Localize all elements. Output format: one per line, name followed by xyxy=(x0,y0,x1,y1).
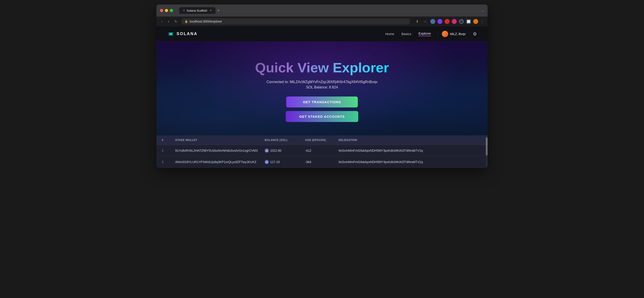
nav-basics[interactable]: Basics xyxy=(402,32,411,36)
hero-title: Quick View Explorer xyxy=(255,60,389,76)
extension-icon-pink[interactable] xyxy=(452,19,457,24)
new-tab-button[interactable]: + xyxy=(217,8,220,13)
col-header-age: AGE (EPOCHS) xyxy=(305,139,338,142)
scrollbar-thumb[interactable] xyxy=(486,138,488,155)
table-wrapper: # STAKE WALLET BALANCE (SOL) AGE (EPOCHS… xyxy=(156,135,488,168)
scrollbar-track[interactable] xyxy=(486,135,488,168)
row1-age: -412 xyxy=(305,149,338,152)
balance-icon-1: ◎ xyxy=(265,149,269,152)
share-button[interactable]: ⬆ xyxy=(414,18,420,24)
hero-section: Quick View Explorer Connected to: MiLZAc… xyxy=(156,41,488,135)
extension-icon-blue[interactable] xyxy=(430,19,435,24)
close-button[interactable] xyxy=(160,9,163,12)
nav-wallet: MiLZ..Bvqv xyxy=(438,31,469,37)
connected-address: Connected to: MiLZAcWZgMYvFnZqzJ6XRj4h5r… xyxy=(266,80,378,84)
extension-icon-puzzle[interactable]: ⊞ xyxy=(459,19,464,24)
browser-titlebar: ≡ Solana Scaffold ✕ + ⌄ xyxy=(156,4,488,16)
solana-logo-icon xyxy=(167,30,174,37)
col-header-num: # xyxy=(162,139,175,142)
row2-balance-value: 117.19 xyxy=(270,160,280,164)
wallet-avatar xyxy=(442,31,448,37)
solana-logo: SOLANA xyxy=(167,30,198,37)
row1-wallet: 91Yu8vRVbL2HATZ96Y5UzbuNmNHduSvuhrGx1xgr… xyxy=(175,149,265,152)
maximize-button[interactable] xyxy=(170,9,173,12)
solana-brand-text: SOLANA xyxy=(176,31,198,36)
back-button[interactable]: ‹ xyxy=(160,18,164,24)
nav-explorer[interactable]: Explorer xyxy=(418,31,431,36)
extension-icon-purple[interactable] xyxy=(438,19,442,24)
traffic-lights xyxy=(160,9,173,12)
get-staked-accounts-button[interactable]: GET STAKED ACCOUNTS xyxy=(286,111,358,122)
url-display: localhost:3000/explorer xyxy=(190,20,222,23)
nav-home[interactable]: Home xyxy=(385,32,394,36)
nav-links: Home Basics Explorer xyxy=(385,31,431,36)
settings-icon[interactable]: ⚙ xyxy=(473,31,477,37)
tab-favicon: ≡ xyxy=(183,8,185,12)
row2-age: -364 xyxy=(305,160,338,164)
row2-num: 2 xyxy=(162,160,175,164)
row1-num: 1 xyxy=(162,149,175,152)
col-header-wallet: STAKE WALLET xyxy=(175,139,265,142)
security-icon: 🔒 xyxy=(184,20,188,23)
table-header: # STAKE WALLET BALANCE (SOL) AGE (EPOCHS… xyxy=(156,135,488,145)
row2-balance: ◎ 117.19 xyxy=(265,160,305,164)
row2-wallet: ANmSG9YLUR1YP34KtiUjs8q3KP1srQLyc8ZFTwyJ… xyxy=(175,160,265,164)
reload-button[interactable]: ↻ xyxy=(173,18,179,24)
table-row: 2 ANmSG9YLUR1YP34KtiUjs8q3KP1srQLyc8ZFTw… xyxy=(156,156,488,168)
expand-icon[interactable]: ⌄ xyxy=(481,9,484,12)
app-nav: SOLANA Home Basics Explorer MiLZ..Bvqv ⚙ xyxy=(156,26,488,41)
extension-icon-sq[interactable]: ⬜ xyxy=(466,19,471,24)
col-header-balance: BALANCE (SOL) xyxy=(265,139,305,142)
bookmark-button[interactable]: ☆ xyxy=(422,18,428,24)
tab-close-icon[interactable]: ✕ xyxy=(210,9,212,12)
row1-balance: ◎ 1022.80 xyxy=(265,149,305,152)
minimize-button[interactable] xyxy=(165,9,168,12)
more-options-icon[interactable]: ⋮ xyxy=(480,19,484,24)
table-row: 1 91Yu8vRVbL2HATZ96Y5UzbuNmNHduSvuhrGx1x… xyxy=(156,145,488,156)
col-header-delegation: DELEGATION xyxy=(338,139,482,142)
tab-title: Solana Scaffold xyxy=(186,9,207,12)
active-tab[interactable]: ≡ Solana Scaffold ✕ xyxy=(179,7,216,14)
forward-button[interactable]: › xyxy=(166,18,170,24)
get-transactions-button[interactable]: GET TRANSACTIONS xyxy=(286,97,358,108)
balance-icon-2: ◎ xyxy=(265,160,269,164)
tab-bar: ≡ Solana Scaffold ✕ + xyxy=(179,7,479,14)
row2-delegation: 9xSvmMmFmG9atApxNDH5MY3pxKdicMKAGf7dNrwb… xyxy=(338,160,482,164)
wallet-address-label: MiLZ..Bvqv xyxy=(450,32,466,36)
row1-delegation: 9xSvmMmFmG9atApxNDH5MY3pxKdicMKAGf7dNrwb… xyxy=(338,149,482,152)
app-content: SOLANA Home Basics Explorer MiLZ..Bvqv ⚙… xyxy=(156,26,488,168)
address-bar[interactable]: 🔒 localhost:3000/explorer xyxy=(182,18,410,24)
browser-actions: ⬆ ☆ ⊞ ⬜ ⋮ xyxy=(414,18,484,24)
row1-balance-value: 1022.80 xyxy=(270,149,282,152)
extension-icon-red[interactable] xyxy=(444,19,450,24)
data-table: # STAKE WALLET BALANCE (SOL) AGE (EPOCHS… xyxy=(156,135,488,168)
sol-balance: SOL Balance: 8.824 xyxy=(306,85,338,89)
browser-profile-avatar[interactable] xyxy=(473,19,478,24)
browser-toolbar: ‹ › ↻ 🔒 localhost:3000/explorer ⬆ ☆ ⊞ ⬜ … xyxy=(156,16,488,26)
